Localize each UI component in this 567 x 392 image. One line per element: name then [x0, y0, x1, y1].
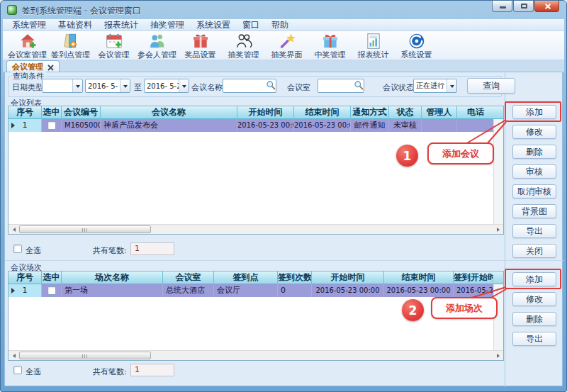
close-button[interactable]	[534, 1, 559, 12]
scrollbar-thumb[interactable]	[19, 225, 151, 233]
toolbar-label: 抽奖管理	[228, 50, 259, 60]
cancel-approve-button[interactable]: 取消审核	[512, 184, 556, 198]
meeting-name-input[interactable]	[223, 80, 266, 91]
column-header-checkin-count[interactable]: 签到次数	[278, 271, 312, 284]
date-type-select[interactable]	[42, 79, 83, 93]
column-header-seq[interactable]: 序号	[9, 271, 42, 284]
toolbar-item-attendee-mgmt[interactable]: 参会人管理	[135, 32, 179, 60]
section-divider	[5, 260, 563, 261]
horizontal-scrollbar[interactable]	[9, 350, 503, 360]
column-header-session-name[interactable]: 场次名称	[62, 271, 163, 284]
column-header-end-time[interactable]: 结束时间	[384, 271, 454, 284]
column-header-checkin-point[interactable]: 签到点	[214, 271, 278, 284]
tab-strip: 会议管理	[3, 60, 564, 72]
search-icon[interactable]	[266, 79, 276, 93]
search-button[interactable]: 查询	[467, 78, 515, 94]
column-header-checkin-start-time[interactable]: 签到开始时间	[454, 271, 493, 284]
lottery-people-icon	[235, 32, 253, 50]
row-checkbox[interactable]	[47, 121, 56, 130]
report-chart-icon	[364, 32, 383, 50]
delete-session-button[interactable]: 删除	[512, 312, 556, 326]
column-header-notify-method[interactable]: 通知方式	[351, 106, 389, 119]
toolbar-label: 参会人管理	[137, 50, 176, 60]
column-header-start-time[interactable]: 开始时间	[312, 271, 384, 284]
column-header-start-time[interactable]: 开始时间	[237, 106, 294, 119]
column-header-selected[interactable]: 选中	[42, 106, 62, 119]
meeting-list-grid: 序号 选中 会议编号 会议名称 开始时间 结束时间 通知方式 状态 管理人 电话…	[8, 106, 504, 235]
column-header-selected[interactable]: 选中	[42, 271, 62, 284]
meeting-room-input[interactable]	[318, 80, 354, 91]
meeting-status-select[interactable]: 正在进行	[413, 79, 457, 93]
menu-item-help[interactable]: 帮助	[271, 19, 288, 31]
edit-meeting-button[interactable]: 修改	[512, 125, 556, 139]
vertical-scrollbar[interactable]	[493, 119, 503, 224]
column-header-manager[interactable]: 管理人	[422, 106, 457, 119]
toolbar-item-meeting-mgmt[interactable]: 会议管理	[92, 32, 135, 60]
date-from-picker[interactable]: 2016- 5- 1	[85, 79, 130, 93]
toolbar-item-checkin-point-mgmt[interactable]: 签到点管理	[49, 32, 92, 60]
delete-meeting-button[interactable]: 删除	[512, 145, 556, 159]
column-header-meeting-name[interactable]: 会议名称	[101, 106, 237, 119]
search-icon[interactable]	[354, 79, 364, 93]
column-header-status[interactable]: 状态	[389, 106, 422, 119]
cell-seq: 1	[9, 119, 42, 132]
scroll-right-icon[interactable]	[493, 225, 503, 233]
date-to-picker[interactable]: 2016- 5-23	[144, 79, 189, 93]
application-window: 签到系统管理端 - 会议管理窗口 系统管理 基础资料 报表统计 抽奖管理 系统设…	[0, 0, 567, 392]
approve-button[interactable]: 审核	[512, 164, 556, 179]
toolbar-item-system-settings[interactable]: 系统设置	[395, 32, 438, 60]
menu-item-system-settings[interactable]: 系统设置	[196, 19, 230, 31]
date-to-value: 2016- 5-23	[145, 82, 179, 90]
session-row[interactable]: 1 第一场 总统大酒店 会议厅 0 2016-05-23 00:00 2016-…	[9, 284, 503, 297]
column-header-seq[interactable]: 序号	[9, 106, 42, 119]
column-header-meeting-code[interactable]: 会议编号	[62, 106, 101, 119]
menu-item-window[interactable]: 窗口	[242, 19, 259, 31]
chevron-down-icon[interactable]	[179, 79, 189, 92]
toolbar-label: 报表统计	[358, 50, 389, 60]
column-header-end-time[interactable]: 结束时间	[294, 106, 351, 119]
column-header-meeting-room[interactable]: 会议室	[163, 271, 214, 284]
toolbar-item-lottery-ui[interactable]: 抽奖界面	[265, 32, 308, 60]
chevron-down-icon[interactable]	[447, 79, 456, 92]
winner-gift-icon	[321, 32, 339, 50]
prize-gift-icon	[191, 32, 210, 50]
meeting-row[interactable]: 1 M16050001 神盾产品发布会 2016-05-23 00:00 201…	[9, 119, 503, 132]
menu-item-report-statistics[interactable]: 报表统计	[104, 19, 138, 31]
toolbar-item-lottery-mgmt[interactable]: 抽奖管理	[222, 32, 265, 60]
scroll-left-icon[interactable]	[9, 352, 18, 359]
menu-item-basic-data[interactable]: 基础资料	[58, 19, 92, 31]
toolbar-label: 会议管理	[99, 50, 130, 60]
export-sessions-button[interactable]: 导出	[512, 332, 556, 346]
chevron-down-icon[interactable]	[120, 79, 130, 92]
scroll-right-icon[interactable]	[493, 352, 503, 359]
annotation-highlight-add-meeting	[505, 101, 561, 122]
column-header-phone[interactable]: 电话	[457, 106, 494, 119]
row-checkbox[interactable]	[47, 286, 56, 295]
scroll-left-icon[interactable]	[9, 225, 18, 233]
maximize-button[interactable]	[513, 1, 534, 12]
annotation-highlight-add-session	[505, 269, 561, 289]
select-all-checkbox[interactable]	[13, 245, 22, 253]
toolbar-item-meeting-room-mgmt[interactable]: 会议室管理	[6, 32, 49, 60]
cell-session-name: 第一场	[62, 284, 163, 297]
total-count-label: 共有笔数:	[93, 245, 127, 256]
select-all-checkbox[interactable]	[13, 366, 22, 374]
toolbar-item-report-stats[interactable]: 报表统计	[352, 32, 395, 60]
minimize-button[interactable]	[492, 1, 512, 12]
meeting-room-icon	[18, 32, 37, 50]
scrollbar-thumb[interactable]	[19, 352, 151, 359]
toolbar-item-prize-settings[interactable]: 奖品设置	[179, 32, 222, 60]
export-meetings-button[interactable]: 导出	[512, 224, 556, 238]
horizontal-scrollbar[interactable]	[9, 224, 503, 234]
background-image-button[interactable]: 背景图	[512, 204, 556, 218]
title-bar[interactable]: 签到系统管理端 - 会议管理窗口	[1, 1, 566, 19]
toolbar-item-winner-mgmt[interactable]: 中奖管理	[308, 32, 352, 60]
meeting-status-value: 正在进行	[414, 81, 447, 91]
annotation-step2-badge: 2	[402, 299, 424, 321]
edit-session-button[interactable]: 修改	[512, 292, 556, 306]
current-row-indicator-icon	[11, 288, 15, 293]
close-panel-button[interactable]: 关闭	[512, 244, 556, 258]
menu-item-system-management[interactable]: 系统管理	[12, 19, 46, 31]
menu-item-lottery-management[interactable]: 抽奖管理	[150, 19, 184, 31]
chevron-down-icon[interactable]	[72, 79, 82, 92]
